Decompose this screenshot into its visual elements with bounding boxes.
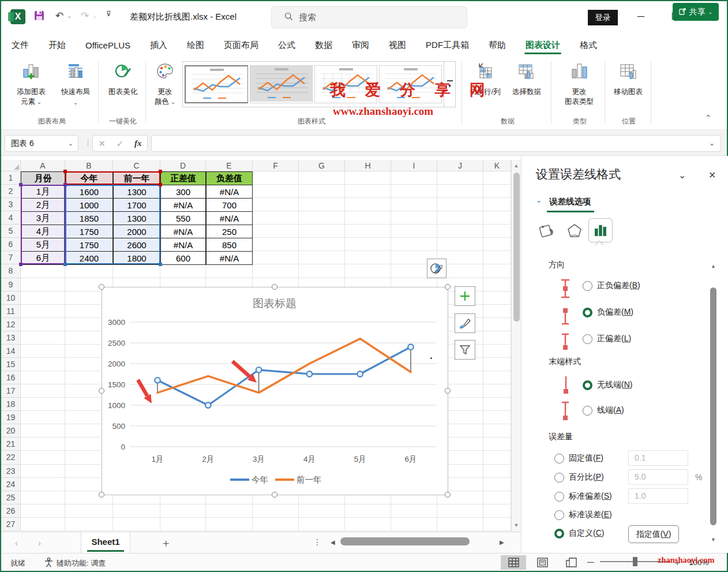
cell-A12[interactable] [21,318,65,331]
column-header-D[interactable]: D [160,160,206,171]
cell-I2[interactable] [391,185,437,198]
share-button[interactable]: 共享 ⌄ [673,3,719,21]
cell-K3[interactable] [483,198,511,211]
quick-layout-button[interactable]: 快速布局 ⌄ [57,61,95,107]
table-cell[interactable]: #N/A [206,211,253,225]
table-header-今年[interactable]: 今年 [65,171,113,185]
cell-A17[interactable] [21,384,65,398]
cell-A16[interactable] [21,371,65,384]
table-cell[interactable]: 1850 [65,211,113,225]
cell-F7[interactable] [253,251,299,264]
pane-chevron-icon[interactable]: ⌄ [678,170,686,181]
radio-icon[interactable] [554,492,564,502]
next-sheet-icon[interactable]: › [38,538,41,548]
ribbon-tab-6[interactable]: 页面布局 [223,35,260,55]
cell-H3[interactable] [345,198,391,211]
cell-G26[interactable] [299,504,345,518]
row-header-21[interactable]: 21 [1,438,21,451]
table-cell[interactable]: 1800 [113,251,160,265]
pane-scroll-thumb[interactable] [710,287,716,525]
cell-C8[interactable] [113,264,160,278]
cell-A20[interactable] [21,424,65,438]
radio-icon[interactable] [554,473,564,483]
cell-K13[interactable] [483,331,511,345]
cell-G8[interactable] [299,264,345,278]
cell-J6[interactable] [437,238,483,251]
cell-J2[interactable] [437,185,483,198]
column-header-K[interactable]: K [483,160,511,171]
cell-A21[interactable] [21,438,65,451]
column-header-J[interactable]: J [437,160,483,171]
cell-F27[interactable] [253,518,299,531]
select-data-button[interactable]: 选择数据 [508,61,546,97]
cell-I5[interactable] [391,225,437,238]
radio-icon[interactable] [583,406,592,416]
cell-K16[interactable] [483,371,511,384]
cell-A13[interactable] [21,331,65,345]
page-layout-view-button[interactable] [530,555,555,570]
chart[interactable]: 图表标题0500100015002000250030001月2月3月4月5月6月… [102,287,448,495]
table-cell[interactable]: 250 [206,225,253,238]
table-cell[interactable]: 1300 [113,185,160,199]
cell-A22[interactable] [21,451,65,464]
cell-A8[interactable] [21,264,65,278]
table-cell[interactable]: 5月 [21,238,65,252]
cell-K19[interactable] [483,411,511,424]
cell-A26[interactable] [21,504,65,518]
zoom-slider-handle[interactable] [633,557,637,566]
table-cell[interactable]: 550 [160,211,206,225]
row-header-13[interactable]: 13 [1,331,21,345]
table-cell[interactable]: 1750 [65,238,113,252]
ribbon-tab-12[interactable]: 帮助 [487,35,507,55]
row-header-17[interactable]: 17 [1,384,21,398]
ribbon-tab-8[interactable]: 数据 [314,35,333,55]
cell-K12[interactable] [483,318,511,331]
cell-K21[interactable] [483,438,511,451]
table-cell[interactable]: 2月 [21,198,65,212]
table-cell[interactable]: 2600 [113,238,160,252]
cell-A25[interactable] [21,491,65,504]
cell-I1[interactable] [391,171,437,185]
vertical-scroll-thumb[interactable] [513,173,520,321]
cell-G6[interactable] [299,238,345,251]
cell-G7[interactable] [299,251,345,264]
accessibility-status[interactable]: 辅助功能: 调查 [57,558,106,569]
table-cell[interactable]: 3月 [21,211,65,225]
row-header-25[interactable]: 25 [1,491,21,504]
formula-bar-grip[interactable]: ⋮ [84,138,92,147]
cell-C26[interactable] [113,504,160,518]
ribbon-tab-2[interactable]: 开始 [47,35,67,55]
scroll-down-icon[interactable]: ▼ [709,537,718,543]
undo-icon[interactable]: ↶ [55,10,63,22]
cell-E26[interactable] [206,504,253,518]
column-header-A[interactable]: A [21,160,65,171]
standard-deviation-input[interactable]: 1.0 [628,488,688,504]
row-header-26[interactable]: 26 [1,504,21,518]
scroll-up-icon[interactable]: ▲ [709,263,718,269]
table-header-负差值[interactable]: 负差值 [206,171,253,185]
cancel-entry-icon[interactable]: ✕ [98,139,106,149]
cell-K7[interactable] [483,251,511,264]
row-header-2[interactable]: 2 [1,185,21,198]
table-cell[interactable]: 4月 [21,225,65,238]
search-input[interactable]: 搜索 [271,6,467,28]
cell-F6[interactable] [253,238,299,251]
cell-H1[interactable] [345,171,391,185]
chart-resize-handle[interactable] [272,492,277,498]
table-cell[interactable]: 600 [160,251,206,265]
cell-D8[interactable] [160,264,206,278]
cell-A27[interactable] [21,518,65,531]
cell-G2[interactable] [299,185,345,198]
cell-G5[interactable] [299,225,345,238]
cell-K20[interactable] [483,424,511,438]
formula-input[interactable]: ⌄ [151,135,721,152]
row-header-20[interactable]: 20 [1,424,21,438]
cell-F4[interactable] [253,211,299,225]
column-header-F[interactable]: F [253,160,299,171]
radio-icon[interactable] [554,529,564,539]
row-header-27[interactable]: 27 [1,518,21,531]
chart-resize-handle[interactable] [445,388,451,394]
undo-chevron-icon[interactable]: ⌄ [67,13,72,19]
cell-K11[interactable] [483,305,511,318]
effects-tab-icon[interactable] [564,220,585,243]
